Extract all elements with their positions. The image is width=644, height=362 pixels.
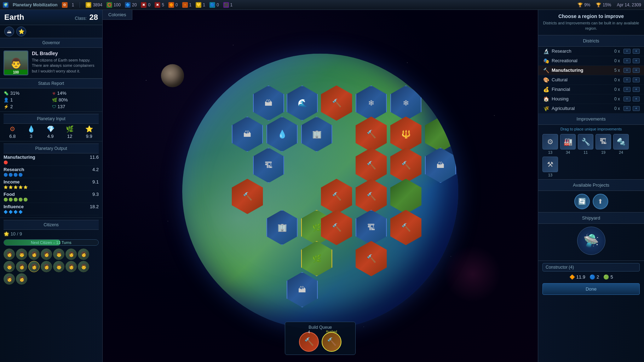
hex-cell-26[interactable]: 🔨 [356, 241, 387, 276]
hex-cell-27[interactable]: 🏔 [287, 272, 318, 308]
colonies-tab[interactable]: Colonies [103, 10, 132, 20]
planet-icon-star[interactable]: ⭐ [16, 27, 26, 36]
district-research[interactable]: 🔬 Research 0 x ≡ + [538, 47, 644, 56]
improvement-icon-1[interactable]: ⚙ [542, 134, 558, 150]
hex-cell-9[interactable]: 🔨 [356, 117, 387, 152]
hex-cell-23[interactable]: 🏗 [356, 210, 387, 245]
citizen-4[interactable]: 👩 [41, 249, 52, 260]
hex-cell-24[interactable]: 🔨 [390, 210, 421, 245]
status-val-4: 80% [59, 97, 68, 103]
hex-cell-3[interactable]: 🔨 [321, 86, 352, 121]
citizen-14[interactable]: 👨 [78, 261, 89, 272]
hex-cell-13[interactable]: 🔨 [356, 148, 387, 183]
housing-district-bar[interactable]: ≡ [623, 97, 631, 101]
hex-cell-16[interactable]: 🔨 [232, 179, 263, 214]
citizen-3[interactable]: 👩 [28, 249, 40, 260]
status-val-5: 2 [10, 104, 13, 109]
citizen-10[interactable]: 👩 [28, 261, 40, 272]
district-recreational[interactable]: 🎭 Recreational 0 x ≡ + [538, 56, 644, 66]
hex-cell-25[interactable]: 🌿 [301, 241, 332, 276]
district-cultural[interactable]: 🎨 Cultural 0 x ≡ + [538, 75, 644, 85]
recreational-district-bar[interactable]: ≡ [623, 58, 631, 63]
hex-cell-10[interactable]: 🔱 [390, 117, 421, 152]
citizen-5[interactable]: 👨 [53, 249, 64, 260]
project-icon-1[interactable]: 🔄 [574, 194, 590, 209]
pct2: 🏆 15% [596, 2, 611, 7]
research-district-bar[interactable]: ≡ [623, 49, 631, 54]
district-financial[interactable]: 💰 Financial 0 x ≡ + [538, 85, 644, 94]
citizen-11[interactable]: 👩 [41, 261, 52, 272]
manufacturing-district-bar[interactable]: ≡ [623, 68, 631, 73]
research-district-add[interactable]: + [633, 49, 640, 54]
output-mfg-val: 11.6 [90, 154, 99, 160]
shipyard-icon[interactable]: 🛸 [577, 227, 605, 255]
topbar-right: 🏆 9% 🏆 15% Apr 14, 2309 [577, 2, 641, 7]
citizen-6[interactable]: 👩 [65, 249, 77, 260]
build-item-1[interactable]: 4 🔨 [299, 332, 319, 352]
input-research: ⭐ 9.9 [85, 125, 93, 139]
citizen-9[interactable]: 👩 [16, 261, 27, 272]
citizen-8[interactable]: 👨 [4, 261, 15, 272]
build-item-2[interactable]: Rushed 🔨 [322, 332, 341, 352]
status-health: ☣ 14% [52, 90, 99, 96]
hex-cell-8[interactable]: 🏢 [301, 117, 332, 152]
improvement-icon-5[interactable]: 🔩 [613, 134, 629, 150]
financial-district-add[interactable]: + [633, 87, 640, 92]
cultural-district-bar[interactable]: ≡ [623, 77, 631, 82]
input-icon-water: 💧 [27, 125, 35, 133]
hex-cell-7[interactable]: 💧 [266, 117, 298, 152]
financial-district-bar[interactable]: ≡ [623, 87, 631, 92]
recreational-district-add[interactable]: + [633, 58, 640, 63]
agricultural-district-bar[interactable]: ≡ [623, 106, 631, 111]
improvement-icon-4[interactable]: 🏗 [596, 134, 611, 150]
hex-cell-6[interactable]: 🏔 [232, 117, 263, 152]
projects-header: Available Projects [538, 180, 644, 191]
district-agricultural[interactable]: 🌾 Agricultural 0 x ≡ + [538, 104, 644, 113]
hex-cell-20[interactable]: 🏢 [266, 210, 298, 245]
district-housing[interactable]: 🏠 Housing 0 x ≡ + [538, 94, 644, 104]
citizen-15[interactable]: 👩 [4, 273, 15, 285]
hex-cell-14[interactable]: 🔨 [390, 148, 421, 183]
housing-district-add[interactable]: + [633, 97, 640, 101]
recreational-district-count: 0 x [614, 58, 620, 63]
hex-cell-18[interactable]: 🔨 [356, 179, 387, 214]
output-influence-val: 18.2 [90, 204, 99, 209]
citizen-1[interactable]: 👩 [4, 249, 15, 260]
hex-cell-11[interactable] [425, 117, 456, 152]
hex-cell-5[interactable]: ❄ [390, 86, 421, 121]
cultural-district-add[interactable]: + [633, 77, 640, 82]
hex-cell-4[interactable]: ❄ [356, 86, 387, 121]
improvement-icon-2[interactable]: 🏭 [560, 134, 576, 150]
resource-9: 🔵 0 [209, 2, 219, 8]
planet-icon-mountains[interactable]: ⛰ [4, 27, 14, 36]
output-manufacturing: Manufacturing 🔴 11.6 [4, 153, 99, 166]
output-income-val: 9.1 [92, 179, 99, 185]
choose-region-desc: Districts and Improvements can be built … [542, 21, 640, 31]
choose-region-title: Choose a region to improve [542, 13, 640, 19]
research-dot-1: 🔵 [4, 173, 8, 177]
hex-cell-19[interactable] [390, 179, 421, 214]
governor-avatar[interactable]: 👨 100 [4, 51, 28, 75]
improvement-icon-3[interactable]: 🔧 [578, 134, 593, 150]
citizen-2[interactable]: 👨 [16, 249, 27, 260]
citizen-16[interactable]: 👩 [16, 273, 27, 285]
hex-cell-15[interactable]: 🏔 [425, 148, 456, 183]
done-button[interactable]: Done [542, 283, 640, 295]
manufacturing-district-add[interactable]: + [633, 68, 640, 73]
hex-cell-17[interactable]: 🔨 [321, 179, 352, 214]
hex-cell-2[interactable]: 🌊 [287, 86, 318, 121]
output-income: Income ⭐ ⭐ ⭐ ⭐ ⭐ 9.1 [4, 178, 99, 191]
status-grid: 🦠 31% ☣ 14% 👤 1 🌿 80% ⚡ 2 🛡 137 [0, 88, 102, 112]
agricultural-district-add[interactable]: + [633, 106, 640, 111]
income-dot-2: ⭐ [8, 185, 13, 189]
improvement-count-6: 13 [548, 173, 552, 177]
improvement-icon-6[interactable]: ⚒ [542, 157, 558, 172]
hex-cell-12[interactable]: 🏗 [253, 148, 284, 183]
hex-cell-1[interactable]: 🏔 [253, 86, 284, 121]
citizen-7[interactable]: 👩 [78, 249, 89, 260]
district-manufacturing[interactable]: 🔨 Manufacturing 5 x ≡ + [538, 66, 644, 75]
citizen-13[interactable]: 👩 [65, 261, 77, 272]
project-icon-2[interactable]: ⬆ [593, 194, 608, 209]
citizen-12[interactable]: 👨 [53, 261, 64, 272]
planet-container: 🏔 🌊 🔨 ❄ ❄ 🏔 💧 [182, 54, 458, 329]
